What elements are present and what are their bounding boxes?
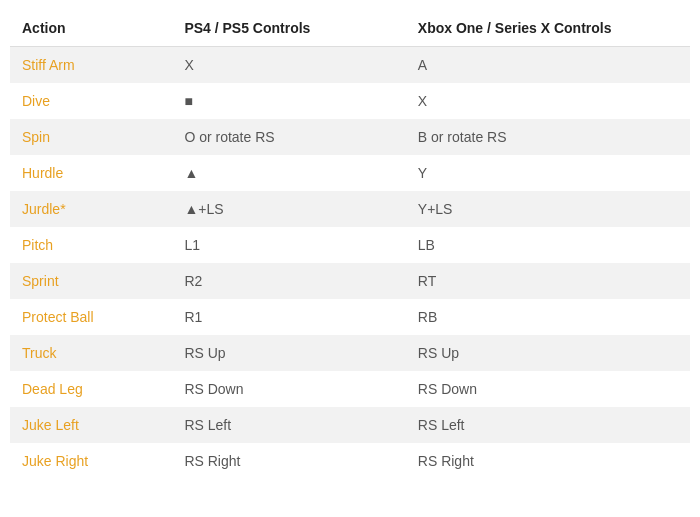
ps4-cell: ▲ [172,155,405,191]
xbox-cell: RS Right [406,443,690,479]
xbox-cell: RS Left [406,407,690,443]
xbox-cell: RS Down [406,371,690,407]
action-cell: Juke Left [10,407,172,443]
header-ps4: PS4 / PS5 Controls [172,10,405,47]
ps4-cell: RS Right [172,443,405,479]
action-cell: Jurdle* [10,191,172,227]
action-cell: Protect Ball [10,299,172,335]
ps4-cell: R1 [172,299,405,335]
action-cell: Dead Leg [10,371,172,407]
xbox-cell: B or rotate RS [406,119,690,155]
action-cell: Spin [10,119,172,155]
xbox-cell: Y+LS [406,191,690,227]
ps4-cell: ▲+LS [172,191,405,227]
action-cell: Pitch [10,227,172,263]
ps4-cell: R2 [172,263,405,299]
action-cell: Truck [10,335,172,371]
ps4-cell: ■ [172,83,405,119]
table-row: SpinO or rotate RSB or rotate RS [10,119,690,155]
xbox-cell: Y [406,155,690,191]
table-row: SprintR2RT [10,263,690,299]
table-row: TruckRS UpRS Up [10,335,690,371]
ps4-cell: RS Up [172,335,405,371]
ps4-cell: O or rotate RS [172,119,405,155]
table-row: Hurdle▲Y [10,155,690,191]
xbox-cell: LB [406,227,690,263]
xbox-cell: RB [406,299,690,335]
table-row: Jurdle*▲+LSY+LS [10,191,690,227]
table-row: Protect BallR1RB [10,299,690,335]
action-cell: Stiff Arm [10,47,172,84]
action-cell: Hurdle [10,155,172,191]
action-cell: Juke Right [10,443,172,479]
table-row: Juke RightRS RightRS Right [10,443,690,479]
header-xbox: Xbox One / Series X Controls [406,10,690,47]
table-row: Stiff ArmXA [10,47,690,84]
action-cell: Dive [10,83,172,119]
header-action: Action [10,10,172,47]
action-cell: Sprint [10,263,172,299]
table-row: Juke LeftRS LeftRS Left [10,407,690,443]
table-header-row: Action PS4 / PS5 Controls Xbox One / Ser… [10,10,690,47]
xbox-cell: A [406,47,690,84]
xbox-cell: RS Up [406,335,690,371]
ps4-cell: RS Left [172,407,405,443]
xbox-cell: RT [406,263,690,299]
ps4-cell: RS Down [172,371,405,407]
table-row: Dead LegRS DownRS Down [10,371,690,407]
table-row: PitchL1LB [10,227,690,263]
table-row: Dive■X [10,83,690,119]
ps4-cell: L1 [172,227,405,263]
ps4-cell: X [172,47,405,84]
xbox-cell: X [406,83,690,119]
controls-table: Action PS4 / PS5 Controls Xbox One / Ser… [10,10,690,479]
